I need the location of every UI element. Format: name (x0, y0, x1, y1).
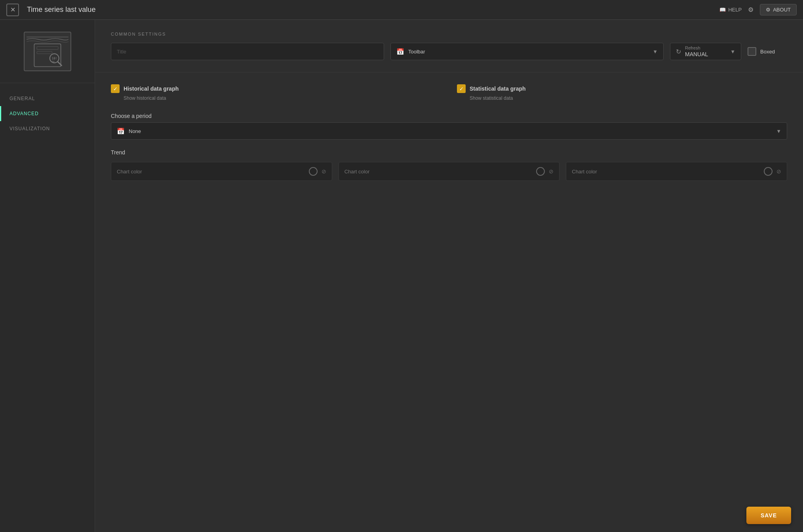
title-field-wrapper: Title (111, 43, 384, 60)
common-settings-label: COMMON SETTINGS (111, 32, 787, 36)
chart-color-label-3: Chart color (572, 169, 760, 175)
statistical-label: Statistical data graph (470, 86, 526, 92)
title-placeholder: Title (117, 49, 126, 55)
period-section: Choose a period 📅 None ▼ (111, 113, 787, 140)
title-input[interactable]: Title (111, 43, 384, 60)
close-icon: ✕ (10, 6, 15, 13)
chart-color-label-1: Chart color (117, 169, 305, 175)
chart-color-label-2: Chart color (344, 169, 533, 175)
toolbar-arrow-icon: ▼ (653, 49, 658, 55)
color-circle-1[interactable] (309, 167, 318, 176)
statistical-sublabel: Show statistical data (470, 95, 787, 101)
common-settings-row: Title 📅 Toolbar ▼ ↻ Refres (111, 43, 787, 60)
svg-text:10!: 10! (51, 57, 57, 60)
close-button[interactable]: ✕ (6, 4, 19, 16)
sidebar: 10! 04 GENERAL ADVANCED VISUALIZATION (0, 20, 95, 532)
color-circle-2[interactable] (536, 167, 545, 176)
period-label: Choose a period (111, 113, 787, 119)
trend-section: Trend Chart color ⊘ Chart color ⊘ Chart … (111, 149, 787, 181)
refresh-inner: Refresh MANUAL (685, 46, 726, 57)
help-icon: 📖 (719, 7, 726, 13)
help-button[interactable]: 📖 HELP (719, 7, 742, 13)
boxed-checkbox[interactable] (748, 47, 756, 56)
save-button[interactable]: SAVE (746, 507, 791, 524)
svg-rect-2 (37, 46, 58, 49)
widget-preview-area: 10! 04 (0, 20, 95, 83)
boxed-label: Boxed (760, 49, 775, 55)
refresh-arrow-icon: ▼ (730, 49, 735, 55)
svg-rect-3 (37, 51, 52, 54)
color-reset-icon-1[interactable]: ⊘ (322, 168, 326, 175)
refresh-field-wrapper: ↻ Refresh MANUAL ▼ (670, 43, 741, 60)
color-reset-icon-3[interactable]: ⊘ (776, 168, 781, 175)
calendar-icon: 📅 (117, 127, 125, 135)
period-select[interactable]: 📅 None ▼ (111, 122, 787, 140)
toolbar-icon: 📅 (396, 48, 404, 55)
gear-icon-header: ⚙ (748, 6, 754, 13)
toolbar-field-wrapper: 📅 Toolbar ▼ (390, 43, 664, 60)
statistical-checkbox-row: ✓ Statistical data graph (457, 84, 787, 93)
historical-col: ✓ Historical data graph Show historical … (111, 84, 441, 101)
historical-checkbox-row: ✓ Historical data graph (111, 84, 441, 93)
widget-icon: 10! 04 (24, 32, 71, 71)
header-right: 📖 HELP ⚙ ⚙ ABOUT (719, 4, 797, 15)
sidebar-item-general[interactable]: GENERAL (0, 91, 95, 106)
svg-rect-1 (34, 44, 61, 66)
about-button[interactable]: ⚙ ABOUT (760, 4, 797, 15)
section-divider (95, 72, 803, 72)
refresh-select[interactable]: ↻ Refresh MANUAL ▼ (670, 43, 741, 60)
about-icon: ⚙ (766, 7, 771, 13)
svg-text:04: 04 (51, 60, 54, 63)
refresh-icon: ↻ (676, 48, 681, 55)
chart-color-item-3: Chart color ⊘ (566, 162, 787, 181)
content-area: COMMON SETTINGS Title 📅 Toolbar ▼ (95, 20, 803, 532)
toolbar-select[interactable]: 📅 Toolbar ▼ (390, 43, 664, 60)
period-value: None (129, 128, 141, 134)
page-title: Time series last value (27, 6, 95, 14)
boxed-group: Boxed (748, 47, 787, 56)
chart-color-item-2: Chart color ⊘ (339, 162, 560, 181)
historical-sublabel: Show historical data (124, 95, 441, 101)
period-arrow-icon: ▼ (776, 128, 781, 134)
statistical-col: ✓ Statistical data graph Show statistica… (457, 84, 787, 101)
statistical-checkbox[interactable]: ✓ (457, 84, 466, 93)
historical-checkbox[interactable]: ✓ (111, 84, 120, 93)
historical-label: Historical data graph (124, 86, 179, 92)
color-reset-icon-2[interactable]: ⊘ (549, 168, 554, 175)
sidebar-item-visualization[interactable]: VISUALIZATION (0, 121, 95, 136)
chart-color-item-1: Chart color ⊘ (111, 162, 332, 181)
save-area: SAVE (746, 507, 791, 524)
color-circle-3[interactable] (764, 167, 773, 176)
trend-label: Trend (111, 149, 787, 156)
main-layout: 10! 04 GENERAL ADVANCED VISUALIZATION CO… (0, 20, 803, 532)
chart-color-grid: Chart color ⊘ Chart color ⊘ Chart color … (111, 162, 787, 181)
common-settings-section: COMMON SETTINGS Title 📅 Toolbar ▼ (111, 32, 787, 60)
top-header: ✕ Time series last value 📖 HELP ⚙ ⚙ ABOU… (0, 0, 803, 20)
graph-options-row: ✓ Historical data graph Show historical … (111, 84, 787, 101)
sidebar-item-advanced[interactable]: ADVANCED (0, 106, 95, 121)
sidebar-nav: GENERAL ADVANCED VISUALIZATION (0, 83, 95, 144)
